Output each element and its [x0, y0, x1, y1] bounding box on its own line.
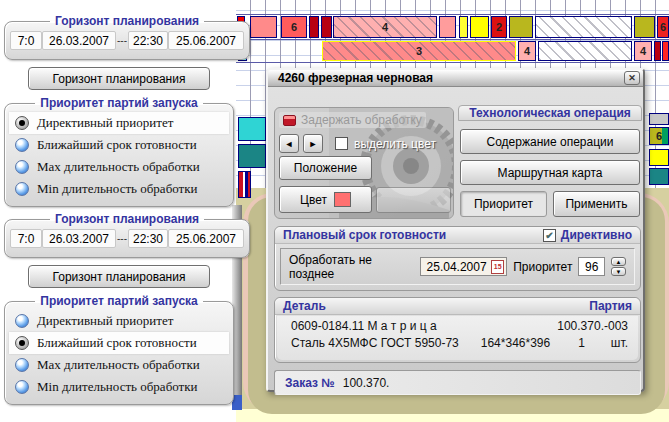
gantt-bar[interactable] — [238, 144, 266, 168]
horizon-group: Горизонт планирования 7:0 26.03.2007 ---… — [4, 14, 250, 60]
dimensions: 164*346*396 — [481, 336, 550, 350]
horizon-group-title: Горизонт планирования — [50, 212, 204, 226]
horizon-group-title: Горизонт планирования — [50, 14, 204, 28]
radio-max-duration[interactable]: Max длительность обработки — [9, 156, 229, 178]
horizon-fields: 7:0 26.03.2007 --- 22:30 25.06.2007 — [5, 28, 249, 56]
priority-apply-row: Приоритет Применить — [460, 191, 640, 217]
gantt-bar[interactable]: 2 — [491, 16, 507, 38]
planning-panel-2: Горизонт планирования 7:0 26.03.2007 ---… — [4, 212, 234, 405]
radio-directive-priority[interactable]: Директивный приоритет — [9, 310, 229, 332]
color-button[interactable]: Цвет — [279, 186, 372, 213]
gantt-bar[interactable] — [470, 16, 489, 38]
horizon-fields: 7:0 26.03.2007 --- 22:30 25.06.2007 — [5, 226, 249, 254]
order-label: Заказ № — [285, 376, 335, 390]
radio-icon — [15, 314, 29, 328]
gantt-bar[interactable] — [538, 41, 632, 61]
gantt-bar[interactable] — [509, 16, 533, 38]
position-button[interactable]: Положение — [279, 156, 372, 180]
checkbox-check-icon: ✔ — [543, 229, 556, 242]
gantt-bar[interactable]: 4 — [634, 41, 652, 61]
spinner-up-icon[interactable]: ▲ — [611, 257, 626, 266]
grid-line — [236, 14, 669, 15]
apply-button[interactable]: Применить — [553, 191, 640, 217]
radio-min-duration[interactable]: Min длительность обработки — [9, 376, 229, 398]
gantt-bar[interactable]: 4 — [333, 16, 437, 38]
date-to-field[interactable]: 25.06.2007 — [168, 229, 244, 248]
time-from-field[interactable]: 7:0 — [10, 31, 42, 50]
gantt-bar[interactable]: 3 — [322, 41, 516, 61]
time-to-field[interactable]: 22:30 — [128, 229, 168, 248]
gantt-bar[interactable] — [649, 113, 669, 125]
time-from-field[interactable]: 7:0 — [10, 229, 42, 248]
gantt-bar[interactable] — [654, 41, 661, 61]
date-from-field[interactable]: 26.03.2007 — [42, 31, 116, 50]
priority-group-title: Приоритет партий запуска — [35, 96, 203, 110]
gantt-bar[interactable]: 6 — [281, 16, 307, 38]
radio-max-duration[interactable]: Max длительность обработки — [9, 354, 229, 376]
next-arrow-icon[interactable]: ► — [303, 134, 323, 153]
radio-label: Max длительность обработки — [37, 159, 200, 175]
detail-row-2: Сталь 4Х5МФС ГОСТ 5950-73 164*346*396 1 … — [277, 333, 638, 350]
hold-processing-checkbox[interactable]: Задержать обработку — [279, 112, 426, 128]
priority-label: Приоритет — [513, 260, 572, 274]
deadline-group-title: Плановый срок готовности — [283, 228, 446, 242]
priority-group: Приоритет партий запуска Директивный при… — [4, 96, 234, 207]
spinner-down-icon[interactable]: ▼ — [611, 267, 626, 276]
detail-group-header: Деталь Партия — [275, 298, 640, 315]
radio-nearest-readiness[interactable]: Ближайший срок готовности — [9, 134, 229, 156]
gantt-bar[interactable]: 6 — [657, 16, 669, 38]
grid-line — [236, 62, 669, 63]
operation-content-button[interactable]: Содержание операции — [460, 129, 640, 154]
date-from-field[interactable]: 26.03.2007 — [42, 229, 116, 248]
directive-checkbox[interactable]: ✔ Директивно — [543, 228, 632, 242]
gantt-bar[interactable] — [662, 41, 669, 61]
radio-label: Ближайший срок готовности — [37, 137, 197, 153]
gantt-bar[interactable] — [321, 16, 332, 38]
gantt-bar[interactable] — [649, 168, 669, 185]
deadline-date-field[interactable]: 25.04.2007 15 — [420, 257, 508, 276]
gantt-bar[interactable] — [238, 171, 251, 198]
time-to-field[interactable]: 22:30 — [128, 31, 168, 50]
gantt-bar[interactable] — [535, 16, 632, 38]
gantt-bar[interactable] — [238, 117, 266, 141]
gantt-bar[interactable] — [309, 16, 319, 38]
gantt-bar[interactable] — [649, 149, 669, 166]
disabled-button — [376, 187, 451, 213]
route-map-button[interactable]: Маршрутная карта — [460, 160, 640, 185]
planning-panel-1: Горизонт планирования 7:0 26.03.2007 ---… — [4, 14, 234, 207]
gantt-bar[interactable] — [250, 16, 277, 38]
dialog-title: 4260 фрезерная черновая — [278, 71, 624, 85]
radio-nearest-readiness[interactable]: Ближайший срок готовности — [9, 332, 229, 354]
radio-label: Директивный приоритет — [37, 115, 173, 131]
radio-icon — [15, 182, 29, 196]
order-number: 100.370. — [343, 376, 390, 390]
priority-group-title: Приоритет партий запуска — [35, 294, 203, 308]
gantt-bar[interactable] — [459, 16, 468, 38]
gantt-bar[interactable] — [634, 16, 655, 38]
radio-min-duration[interactable]: Min длительность обработки — [9, 178, 229, 200]
close-icon[interactable]: ✕ — [624, 71, 640, 85]
calendar-icon[interactable]: 15 — [491, 260, 504, 274]
radio-label: Min длительность обработки — [37, 181, 198, 197]
gantt-bar[interactable]: 4 — [518, 41, 536, 61]
priority-button[interactable]: Приоритет — [460, 191, 547, 217]
detail-name: 0609-0184.11 М а т р и ц а — [291, 319, 437, 333]
dialog-titlebar[interactable]: 4260 фрезерная черновая ✕ — [268, 70, 643, 87]
highlight-color-checkbox[interactable] — [335, 137, 348, 150]
radio-label: Min длительность обработки — [37, 379, 198, 395]
order-strip: Заказ № 100.370. — [274, 370, 641, 395]
radio-directive-priority[interactable]: Директивный приоритет — [9, 112, 229, 134]
detail-body: 0609-0184.11 М а т р и ц а 100.370.-003 … — [277, 316, 638, 360]
priority-spinner-value[interactable]: 96 — [578, 257, 605, 276]
gantt-bar[interactable] — [439, 16, 456, 38]
hold-label: Задержать обработку — [301, 113, 422, 127]
prev-arrow-icon[interactable]: ◄ — [279, 134, 299, 153]
grid-line — [236, 39, 669, 40]
gantt-bar[interactable]: 6 — [649, 127, 669, 145]
horizon-button[interactable]: Горизонт планирования — [28, 67, 210, 90]
date-to-field[interactable]: 25.06.2007 — [168, 31, 244, 50]
highlight-color-label: выделить цвет — [354, 137, 436, 151]
horizon-button[interactable]: Горизонт планирования — [28, 265, 210, 288]
operation-dialog: 4260 фрезерная черновая ✕ Задержать обра… — [266, 68, 645, 392]
radio-selected-icon — [15, 336, 29, 350]
